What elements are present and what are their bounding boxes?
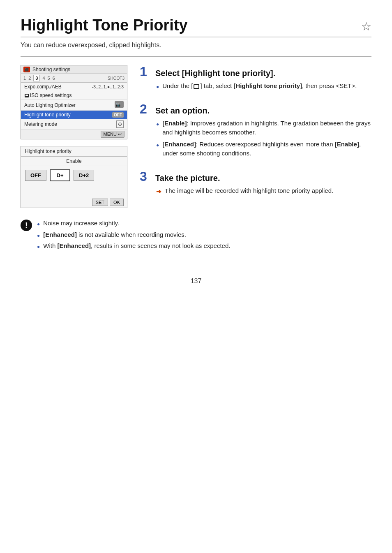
step-2-bullet-2: ● [Enhanced]: Reduces overexposed highli… bbox=[156, 140, 371, 158]
right-column: 1 Select [Highlight tone priority]. ● Un… bbox=[140, 65, 371, 215]
expo-value: -3..2..1.●..1..2:3 bbox=[92, 84, 124, 89]
note-2-text: [Enhanced] is not available when recordi… bbox=[43, 230, 186, 240]
step-2-title: Set an option. bbox=[155, 106, 210, 116]
option-enable-label: Enable bbox=[21, 157, 127, 166]
step-1-bullet-1: ● Under the [] tab, select [Highlight to… bbox=[156, 81, 371, 91]
highlight-value: OFF bbox=[112, 112, 124, 117]
iso-label: ISO speed settings bbox=[24, 93, 71, 98]
main-content: Shooting settings 1 2 3 4 5 6 SHOOT3 Exp… bbox=[21, 65, 371, 215]
step-1-title: Select [Highlight tone priority]. bbox=[155, 69, 275, 78]
option-off-btn[interactable]: OFF bbox=[25, 170, 46, 181]
step-2-number: 2 bbox=[140, 102, 151, 116]
camera-tab-icon bbox=[23, 67, 30, 72]
note-2: ● [Enhanced] is not available when recor… bbox=[37, 230, 371, 240]
shooting-settings-label: Shooting settings bbox=[32, 67, 70, 72]
menu-row-metering: Metering mode ⊙ bbox=[21, 119, 127, 130]
metering-label: Metering mode bbox=[24, 121, 57, 127]
note-bullet-1: ● bbox=[37, 220, 40, 228]
page-number: 137 bbox=[21, 278, 371, 285]
step-2-bullet-1: ● [Enable]: Improves gradation in highli… bbox=[156, 119, 371, 137]
note-1: ● Noise may increase slightly. bbox=[37, 219, 371, 228]
step-3-header: 3 Take the picture. bbox=[140, 170, 371, 183]
camera-menu-footer: MENU ↩ bbox=[21, 130, 127, 139]
arrow-icon: ➔ bbox=[156, 187, 161, 197]
bullet-dot-icon: ● bbox=[156, 83, 159, 90]
step-1-number: 1 bbox=[140, 65, 151, 78]
alg-label: Auto Lighting Optimizer bbox=[24, 102, 76, 108]
ok-btn[interactable]: OK bbox=[110, 199, 124, 206]
step-2-bullet-1-text: [Enable]: Improves gradation in highligh… bbox=[162, 119, 371, 137]
note-1-text: Noise may increase slightly. bbox=[43, 219, 119, 228]
option-buttons-row: OFF D+ D+2 bbox=[21, 166, 127, 185]
metering-value: ⊙ bbox=[116, 120, 124, 128]
alg-value: 📷 bbox=[115, 101, 124, 109]
svg-rect-1 bbox=[25, 95, 28, 96]
menu-row-alg: Auto Lighting Optimizer 📷 bbox=[21, 100, 127, 111]
menu-row-iso: ISO speed settings – bbox=[21, 91, 127, 100]
note-3: ● With [Enhanced], results in some scene… bbox=[37, 241, 371, 251]
header-divider bbox=[21, 37, 371, 37]
page-subtitle: You can reduce overexposed, clipped high… bbox=[21, 42, 371, 49]
step-1-header: 1 Select [Highlight tone priority]. bbox=[140, 65, 371, 78]
content-divider bbox=[21, 56, 371, 57]
step-3-title: Take the picture. bbox=[155, 174, 220, 183]
page-header: Highlight Tone Priority ☆ bbox=[21, 16, 371, 34]
option-panel: Highlight tone priority Enable OFF D+ D+… bbox=[21, 146, 127, 208]
left-column: Shooting settings 1 2 3 4 5 6 SHOOT3 Exp… bbox=[21, 65, 127, 215]
option-d-plus-btn[interactable]: D+ bbox=[50, 169, 70, 181]
step-2-bullet-2-text: [Enhanced]: Reduces overexposed highligh… bbox=[162, 140, 371, 158]
tab-6: 6 bbox=[53, 76, 55, 81]
step-2: 2 Set an option. ● [Enable]: Improves gr… bbox=[140, 102, 371, 158]
bullet-dot-icon-2: ● bbox=[156, 120, 159, 128]
highlight-label: Highlight tone priority bbox=[24, 112, 71, 118]
step-1-bullet-1-text: Under the [] tab, select [Highlight tone… bbox=[162, 81, 357, 91]
menu-row-highlight: Highlight tone priority OFF bbox=[21, 111, 127, 119]
step-3-bullet-1-text: The image will be recorded with highligh… bbox=[165, 186, 333, 196]
shoot-label: SHOOT3 bbox=[108, 76, 125, 81]
notes-section: ! ● Noise may increase slightly. ● [Enha… bbox=[21, 219, 371, 253]
step-2-header: 2 Set an option. bbox=[140, 102, 371, 116]
option-d-plus2-btn[interactable]: D+2 bbox=[74, 170, 94, 181]
svg-rect-5 bbox=[196, 84, 197, 85]
menu-back-btn: MENU ↩ bbox=[101, 131, 125, 138]
step-3-body: ➔ The image will be recorded with highli… bbox=[140, 186, 371, 197]
option-panel-title: Highlight tone priority bbox=[21, 146, 127, 157]
note-bullet-3: ● bbox=[37, 243, 40, 250]
camera-menu-screenshot: Shooting settings 1 2 3 4 5 6 SHOOT3 Exp… bbox=[21, 65, 127, 139]
iso-value: – bbox=[121, 93, 124, 98]
note-bullet-2: ● bbox=[37, 232, 40, 239]
expo-label: Expo.comp./AEB bbox=[24, 84, 62, 90]
notes-list: ● Noise may increase slightly. ● [Enhanc… bbox=[37, 219, 371, 253]
bullet-dot-icon-3: ● bbox=[156, 141, 159, 149]
svg-rect-6 bbox=[194, 85, 198, 88]
caution-icon: ! bbox=[21, 220, 32, 231]
favorite-icon: ☆ bbox=[361, 20, 371, 33]
tab-4: 4 bbox=[42, 76, 45, 81]
tab-3-active: 3 bbox=[33, 75, 40, 81]
page-title: Highlight Tone Priority bbox=[21, 16, 188, 34]
svg-text:📷: 📷 bbox=[115, 102, 121, 107]
camera-menu-header: Shooting settings bbox=[21, 65, 127, 74]
step-3: 3 Take the picture. ➔ The image will be … bbox=[140, 170, 371, 197]
camera-menu-tabs: 1 2 3 4 5 6 SHOOT3 bbox=[21, 74, 127, 83]
step-3-bullet-1: ➔ The image will be recorded with highli… bbox=[156, 186, 371, 197]
tab-2: 2 bbox=[28, 76, 31, 81]
menu-row-expo: Expo.comp./AEB -3..2..1.●..1..2:3 bbox=[21, 83, 127, 91]
tab-5: 5 bbox=[48, 76, 50, 81]
option-footer: SET OK bbox=[21, 197, 127, 208]
step-1-body: ● Under the [] tab, select [Highlight to… bbox=[140, 81, 371, 91]
step-3-number: 3 bbox=[140, 170, 151, 183]
set-btn[interactable]: SET bbox=[92, 199, 108, 206]
tab-1: 1 bbox=[23, 76, 26, 81]
step-1: 1 Select [Highlight tone priority]. ● Un… bbox=[140, 65, 371, 91]
step-2-body: ● [Enable]: Improves gradation in highli… bbox=[140, 119, 371, 158]
note-3-text: With [Enhanced], results in some scenes … bbox=[43, 241, 230, 251]
